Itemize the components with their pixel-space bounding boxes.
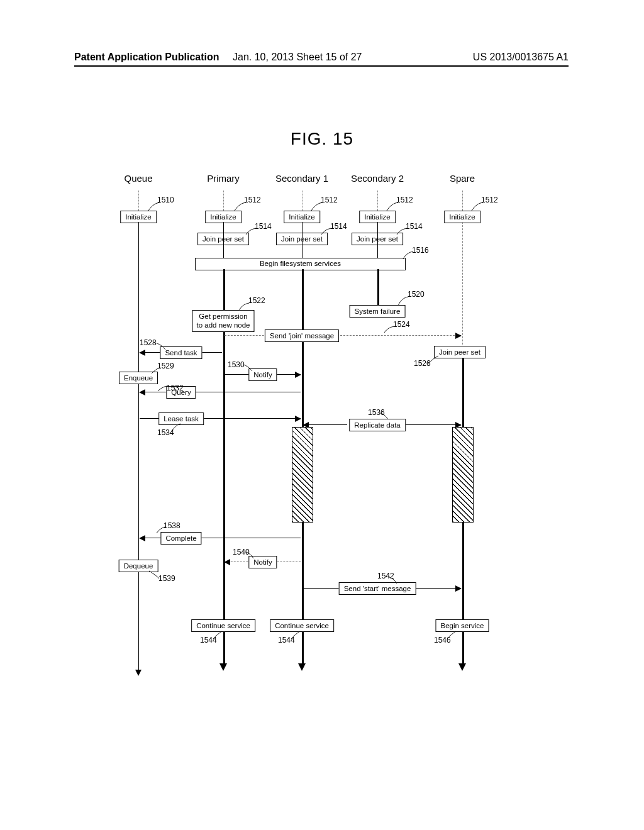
msg-replicate-right — [399, 424, 461, 425]
box-get-permission: Get permission to add new node — [192, 310, 254, 332]
box-complete: Complete — [160, 532, 201, 545]
ref-1528: 1528 — [140, 338, 157, 347]
box-replicate: Replicate data — [349, 419, 406, 431]
ref-1524: 1524 — [393, 320, 410, 329]
box-begin-fs: Begin filesystem services — [195, 258, 406, 270]
ref-1544: 1544 — [278, 636, 295, 645]
ref-1514: 1514 — [330, 222, 347, 231]
ref-1512: 1512 — [244, 196, 261, 204]
arrow-end-queue — [135, 670, 142, 676]
hatch-spare — [452, 427, 474, 523]
ref-1544: 1544 — [200, 636, 217, 645]
lane-title-queue: Queue — [124, 173, 152, 184]
ref-1512: 1512 — [481, 196, 498, 204]
ref-1522: 1522 — [248, 296, 265, 305]
lifeline-sec1-pre — [302, 222, 303, 258]
ref-1520: 1520 — [408, 290, 425, 299]
label-get-permission-l1: Get permission — [199, 313, 247, 320]
msg-send-join — [225, 335, 461, 336]
arrow-end-primary — [219, 663, 227, 671]
header-rule — [74, 65, 569, 67]
ref-1530: 1530 — [228, 360, 245, 369]
ref-1542: 1542 — [377, 572, 394, 580]
box-send-start: Send 'start' message — [339, 582, 416, 595]
box-cont-sec1: Continue service — [270, 619, 334, 632]
box-enqueue: Enqueue — [119, 372, 158, 384]
ref-1538: 1538 — [164, 521, 180, 530]
box-cont-primary: Continue service — [191, 619, 255, 632]
page: Patent Application Publication Jan. 10, … — [0, 0, 644, 830]
lifeline-sec2 — [377, 269, 379, 305]
box-begin-spare: Begin service — [435, 619, 489, 632]
hatch-sec1 — [292, 427, 313, 523]
lifeline-stub — [377, 191, 378, 211]
ref-1546: 1546 — [434, 636, 451, 645]
box-lease-task: Lease task — [158, 412, 204, 425]
ref-1529: 1529 — [157, 362, 174, 370]
label-get-permission-l2: to add new node — [196, 321, 250, 329]
header-sheet: Jan. 10, 2013 Sheet 15 of 27 — [233, 52, 362, 63]
msg-replicate-left — [303, 424, 347, 425]
ref-1512: 1512 — [321, 196, 338, 204]
lifeline-stub — [302, 191, 303, 211]
ref-1514: 1514 — [406, 222, 423, 231]
header-docnumber: US 2013/0013675 A1 — [473, 52, 569, 63]
lifeline-stub — [223, 191, 224, 211]
ref-1532: 1532 — [167, 384, 184, 392]
ref-1526: 1526 — [414, 359, 431, 368]
lane-title-spare: Spare — [450, 173, 475, 184]
box-spare-join: Join peer set — [434, 346, 486, 358]
ref-1514: 1514 — [255, 222, 272, 231]
lifeline-primary-pre — [223, 222, 224, 258]
ref-1516: 1516 — [412, 246, 429, 255]
ref-1539: 1539 — [158, 574, 175, 583]
label-begin-fs: Begin filesystem services — [195, 258, 406, 269]
arrow-end-sec1 — [298, 663, 306, 671]
arrow-end-spare — [458, 663, 466, 671]
box-send-task: Send task — [160, 346, 202, 359]
ref-1510: 1510 — [157, 196, 174, 204]
ref-1512: 1512 — [396, 196, 413, 204]
lifeline-sec2-pre — [377, 222, 378, 258]
header-publication: Patent Application Publication — [74, 52, 219, 63]
lifeline-spare-dashed — [462, 222, 463, 351]
box-send-join: Send 'join' message — [265, 329, 339, 342]
msg-query — [140, 392, 301, 392]
box-system-failure: System failure — [350, 305, 406, 318]
ref-1534: 1534 — [157, 428, 174, 437]
lane-title-primary: Primary — [207, 173, 240, 184]
box-notify-2: Notify — [248, 556, 277, 568]
box-notify-1: Notify — [248, 368, 277, 381]
ref-1540: 1540 — [233, 548, 250, 556]
figure-title: FIG. 15 — [0, 129, 644, 149]
lifeline-stub — [138, 191, 139, 211]
lane-title-sec2: Secondary 2 — [351, 173, 404, 184]
lane-title-sec1: Secondary 1 — [275, 173, 328, 184]
ref-1536: 1536 — [368, 408, 385, 417]
sequence-diagram: Queue Primary Secondary 1 Secondary 2 Sp… — [113, 173, 503, 676]
box-dequeue: Dequeue — [119, 560, 158, 572]
lifeline-stub — [462, 191, 463, 211]
lifeline-queue — [138, 222, 139, 670]
